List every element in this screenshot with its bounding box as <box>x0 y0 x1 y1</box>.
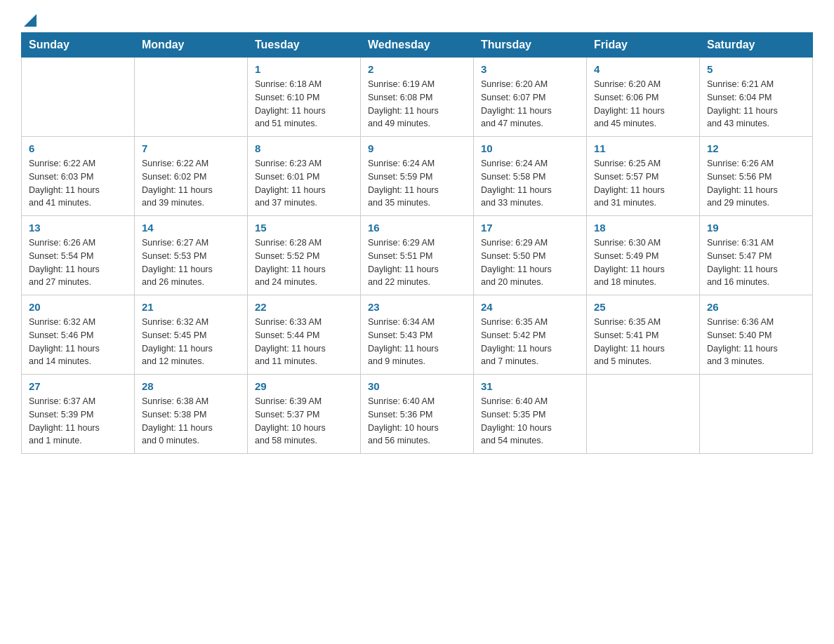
calendar-cell: 4Sunrise: 6:20 AMSunset: 6:06 PMDaylight… <box>587 58 700 137</box>
week-row-4: 20Sunrise: 6:32 AMSunset: 5:46 PMDayligh… <box>22 295 813 375</box>
week-row-3: 13Sunrise: 6:26 AMSunset: 5:54 PMDayligh… <box>22 216 813 295</box>
day-number: 20 <box>29 301 127 313</box>
calendar-cell: 18Sunrise: 6:30 AMSunset: 5:49 PMDayligh… <box>587 216 700 295</box>
calendar-table: SundayMondayTuesdayWednesdayThursdayFrid… <box>21 32 813 454</box>
day-header-saturday: Saturday <box>700 33 813 58</box>
day-info: Sunrise: 6:22 AMSunset: 6:02 PMDaylight:… <box>142 157 240 210</box>
day-info: Sunrise: 6:21 AMSunset: 6:04 PMDaylight:… <box>707 78 805 130</box>
day-info: Sunrise: 6:25 AMSunset: 5:57 PMDaylight:… <box>594 157 692 210</box>
day-info: Sunrise: 6:36 AMSunset: 5:40 PMDaylight:… <box>707 316 805 368</box>
calendar-cell: 26Sunrise: 6:36 AMSunset: 5:40 PMDayligh… <box>700 295 813 375</box>
calendar-cell: 1Sunrise: 6:18 AMSunset: 6:10 PMDaylight… <box>248 58 361 137</box>
day-header-monday: Monday <box>135 33 248 58</box>
day-info: Sunrise: 6:24 AMSunset: 5:58 PMDaylight:… <box>481 157 579 210</box>
calendar-cell: 19Sunrise: 6:31 AMSunset: 5:47 PMDayligh… <box>700 216 813 295</box>
day-number: 16 <box>368 222 466 234</box>
day-number: 15 <box>255 222 353 234</box>
day-header-wednesday: Wednesday <box>361 33 474 58</box>
day-info: Sunrise: 6:26 AMSunset: 5:54 PMDaylight:… <box>29 236 127 289</box>
calendar-cell: 16Sunrise: 6:29 AMSunset: 5:51 PMDayligh… <box>361 216 474 295</box>
calendar-cell: 11Sunrise: 6:25 AMSunset: 5:57 PMDayligh… <box>587 137 700 216</box>
day-header-friday: Friday <box>587 33 700 58</box>
day-info: Sunrise: 6:20 AMSunset: 6:07 PMDaylight:… <box>481 78 579 130</box>
calendar-cell: 28Sunrise: 6:38 AMSunset: 5:38 PMDayligh… <box>135 375 248 454</box>
day-info: Sunrise: 6:20 AMSunset: 6:06 PMDaylight:… <box>594 78 692 130</box>
calendar-cell: 7Sunrise: 6:22 AMSunset: 6:02 PMDaylight… <box>135 137 248 216</box>
day-number: 11 <box>594 142 692 154</box>
page-header <box>21 14 813 25</box>
day-info: Sunrise: 6:29 AMSunset: 5:51 PMDaylight:… <box>368 236 466 289</box>
day-number: 12 <box>707 142 805 154</box>
day-number: 31 <box>481 380 579 392</box>
day-info: Sunrise: 6:30 AMSunset: 5:49 PMDaylight:… <box>594 236 692 289</box>
day-number: 6 <box>29 142 127 154</box>
day-info: Sunrise: 6:26 AMSunset: 5:56 PMDaylight:… <box>707 157 805 210</box>
day-info: Sunrise: 6:28 AMSunset: 5:52 PMDaylight:… <box>255 236 353 289</box>
day-number: 13 <box>29 222 127 234</box>
day-info: Sunrise: 6:39 AMSunset: 5:37 PMDaylight:… <box>255 395 353 448</box>
logo-arrow-icon <box>24 14 37 27</box>
calendar-cell: 24Sunrise: 6:35 AMSunset: 5:42 PMDayligh… <box>474 295 587 375</box>
day-number: 25 <box>594 301 692 313</box>
day-number: 26 <box>707 301 805 313</box>
day-info: Sunrise: 6:35 AMSunset: 5:41 PMDaylight:… <box>594 316 692 368</box>
day-info: Sunrise: 6:33 AMSunset: 5:44 PMDaylight:… <box>255 316 353 368</box>
calendar-cell <box>700 375 813 454</box>
day-number: 7 <box>142 142 240 154</box>
calendar-cell: 6Sunrise: 6:22 AMSunset: 6:03 PMDaylight… <box>22 137 135 216</box>
day-number: 19 <box>707 222 805 234</box>
day-number: 10 <box>481 142 579 154</box>
day-number: 27 <box>29 380 127 392</box>
day-info: Sunrise: 6:29 AMSunset: 5:50 PMDaylight:… <box>481 236 579 289</box>
day-info: Sunrise: 6:35 AMSunset: 5:42 PMDaylight:… <box>481 316 579 368</box>
day-info: Sunrise: 6:19 AMSunset: 6:08 PMDaylight:… <box>368 78 466 130</box>
day-number: 9 <box>368 142 466 154</box>
day-header-sunday: Sunday <box>22 33 135 58</box>
calendar-cell <box>135 58 248 137</box>
calendar-cell <box>22 58 135 137</box>
week-row-2: 6Sunrise: 6:22 AMSunset: 6:03 PMDaylight… <box>22 137 813 216</box>
day-info: Sunrise: 6:40 AMSunset: 5:35 PMDaylight:… <box>481 395 579 448</box>
day-number: 28 <box>142 380 240 392</box>
day-info: Sunrise: 6:24 AMSunset: 5:59 PMDaylight:… <box>368 157 466 210</box>
day-number: 14 <box>142 222 240 234</box>
day-number: 17 <box>481 222 579 234</box>
calendar-cell <box>587 375 700 454</box>
calendar-header-row: SundayMondayTuesdayWednesdayThursdayFrid… <box>22 33 813 58</box>
calendar-cell: 25Sunrise: 6:35 AMSunset: 5:41 PMDayligh… <box>587 295 700 375</box>
calendar-cell: 23Sunrise: 6:34 AMSunset: 5:43 PMDayligh… <box>361 295 474 375</box>
day-number: 1 <box>255 63 353 75</box>
day-info: Sunrise: 6:22 AMSunset: 6:03 PMDaylight:… <box>29 157 127 210</box>
calendar-cell: 9Sunrise: 6:24 AMSunset: 5:59 PMDaylight… <box>361 137 474 216</box>
calendar-cell: 8Sunrise: 6:23 AMSunset: 6:01 PMDaylight… <box>248 137 361 216</box>
calendar-cell: 3Sunrise: 6:20 AMSunset: 6:07 PMDaylight… <box>474 58 587 137</box>
calendar-cell: 31Sunrise: 6:40 AMSunset: 5:35 PMDayligh… <box>474 375 587 454</box>
day-number: 23 <box>368 301 466 313</box>
calendar-cell: 2Sunrise: 6:19 AMSunset: 6:08 PMDaylight… <box>361 58 474 137</box>
calendar-cell: 27Sunrise: 6:37 AMSunset: 5:39 PMDayligh… <box>22 375 135 454</box>
day-info: Sunrise: 6:18 AMSunset: 6:10 PMDaylight:… <box>255 78 353 130</box>
day-number: 21 <box>142 301 240 313</box>
day-number: 29 <box>255 380 353 392</box>
day-info: Sunrise: 6:32 AMSunset: 5:46 PMDaylight:… <box>29 316 127 368</box>
calendar-cell: 15Sunrise: 6:28 AMSunset: 5:52 PMDayligh… <box>248 216 361 295</box>
logo <box>21 14 37 25</box>
calendar-cell: 13Sunrise: 6:26 AMSunset: 5:54 PMDayligh… <box>22 216 135 295</box>
day-number: 18 <box>594 222 692 234</box>
day-info: Sunrise: 6:27 AMSunset: 5:53 PMDaylight:… <box>142 236 240 289</box>
day-number: 4 <box>594 63 692 75</box>
day-number: 3 <box>481 63 579 75</box>
calendar-cell: 10Sunrise: 6:24 AMSunset: 5:58 PMDayligh… <box>474 137 587 216</box>
day-info: Sunrise: 6:40 AMSunset: 5:36 PMDaylight:… <box>368 395 466 448</box>
day-info: Sunrise: 6:34 AMSunset: 5:43 PMDaylight:… <box>368 316 466 368</box>
calendar-cell: 5Sunrise: 6:21 AMSunset: 6:04 PMDaylight… <box>700 58 813 137</box>
day-header-thursday: Thursday <box>474 33 587 58</box>
day-number: 30 <box>368 380 466 392</box>
day-info: Sunrise: 6:32 AMSunset: 5:45 PMDaylight:… <box>142 316 240 368</box>
calendar-cell: 29Sunrise: 6:39 AMSunset: 5:37 PMDayligh… <box>248 375 361 454</box>
day-header-tuesday: Tuesday <box>248 33 361 58</box>
day-info: Sunrise: 6:38 AMSunset: 5:38 PMDaylight:… <box>142 395 240 448</box>
week-row-5: 27Sunrise: 6:37 AMSunset: 5:39 PMDayligh… <box>22 375 813 454</box>
day-info: Sunrise: 6:31 AMSunset: 5:47 PMDaylight:… <box>707 236 805 289</box>
calendar-cell: 22Sunrise: 6:33 AMSunset: 5:44 PMDayligh… <box>248 295 361 375</box>
